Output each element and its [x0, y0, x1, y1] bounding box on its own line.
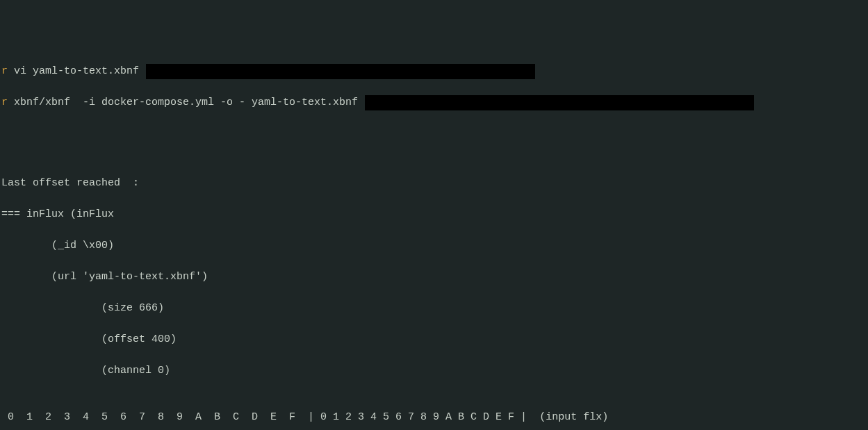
black-block-1: [146, 64, 535, 79]
hex-header: 0 1 2 3 4 5 6 7 8 9 A B C D E F | 0 1 2 …: [1, 410, 867, 426]
command-text-2: xbnf/xbnf -i docker-compose.yml -o - yam…: [8, 97, 358, 108]
terminal-output: Last offset reached : === inFlux (inFlux…: [1, 129, 867, 430]
black-block-2: [365, 95, 754, 110]
influx-line: (offset 400): [1, 332, 867, 348]
influx-line: (channel 0): [1, 363, 867, 379]
influx-line: (url 'yaml-to-text.xbnf'): [1, 270, 867, 286]
influx-line: (size 666): [1, 301, 867, 317]
offset-header: Last offset reached :: [1, 176, 867, 192]
command-line-1: r vi yaml-to-text.xbnf: [1, 64, 867, 80]
prompt-marker-2: r: [1, 97, 8, 108]
influx-line: === inFlux (inFlux: [1, 207, 867, 223]
prompt-marker-1: r: [1, 65, 8, 77]
command-line-2: r xbnf/xbnf -i docker-compose.yml -o - y…: [1, 95, 867, 111]
influx-line: (_id \x00): [1, 238, 867, 254]
command-text-1: vi yaml-to-text.xbnf: [8, 65, 139, 77]
